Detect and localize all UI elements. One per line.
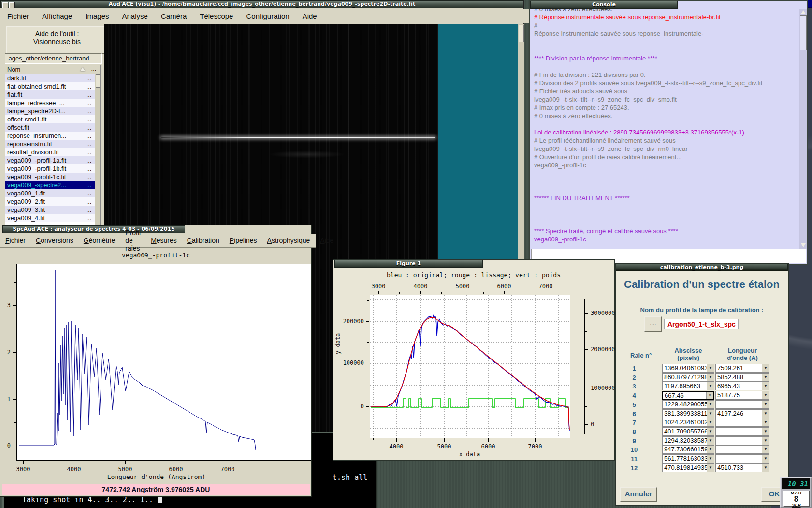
file-row[interactable]: lampe_spectre2D-t...... <box>5 107 95 115</box>
file-row[interactable]: resultat_division.fit... <box>5 148 95 156</box>
file-row-dots[interactable]: ... <box>83 164 95 173</box>
menu-fichier[interactable]: Fichier <box>7 12 29 20</box>
column-header-dots[interactable]: ... <box>87 65 100 74</box>
menu-aide[interactable]: Aide <box>303 12 317 20</box>
dropdown-arrow-icon[interactable]: ▼ <box>707 418 714 426</box>
menu-images[interactable]: Images <box>85 12 109 20</box>
wavelength-combo[interactable]: 5852.488▼ <box>715 373 769 382</box>
file-list-scrollbar[interactable] <box>95 74 100 226</box>
dropdown-arrow-icon[interactable]: ▼ <box>707 374 714 381</box>
dropdown-arrow-icon[interactable]: ▼ <box>707 428 714 435</box>
abscisse-combo[interactable]: 561.778163033▼ <box>662 454 714 463</box>
file-row[interactable]: vega009_-spectre2...... <box>5 181 95 189</box>
file-row-dots[interactable]: ... <box>83 156 95 164</box>
dropdown-arrow-icon[interactable]: ▼ <box>707 455 714 463</box>
file-table-header[interactable]: Nom ... <box>5 65 100 75</box>
audace-titlebar[interactable]: Aud'ACE (visu1) - /home/bmauclaire/ccd_i… <box>0 0 523 8</box>
spc-menu-astrophysique[interactable]: Astrophysique <box>267 237 310 244</box>
spc-menu-aide[interactable]: Aide <box>320 237 334 244</box>
menu-configuration[interactable]: Configuration <box>246 12 289 20</box>
wavelength-combo[interactable]: ▼ <box>715 400 769 409</box>
dropdown-arrow-icon[interactable]: ▼ <box>762 437 769 445</box>
dropdown-arrow-icon[interactable]: ▼ <box>762 410 769 418</box>
current-path[interactable]: .ages_other/etienne_bertrand <box>5 53 102 64</box>
dropdown-arrow-icon[interactable]: ▼ <box>707 437 714 445</box>
file-row-dots[interactable]: ... <box>83 99 95 107</box>
spcaudace-titlebar[interactable]: SpcAud'ACE : analyseur de spectres 4.03 … <box>2 225 185 233</box>
figure1-titlebar[interactable]: Figure 1 <box>334 260 483 268</box>
abscisse-combo[interactable]: 470.819814935▼ <box>662 463 714 472</box>
dropdown-arrow-icon[interactable]: ▼ <box>762 446 769 453</box>
file-row-dots[interactable]: ... <box>83 214 95 222</box>
file-row-dots[interactable]: ... <box>83 173 95 181</box>
dropdown-arrow-icon[interactable]: ▼ <box>707 382 714 390</box>
dropdown-arrow-icon[interactable]: ▼ <box>762 382 769 390</box>
abscisse-combo[interactable]: 1197.695663▼ <box>662 382 714 390</box>
file-row[interactable]: dark.fit... <box>5 74 95 82</box>
file-row-dots[interactable]: ... <box>83 148 95 156</box>
column-header-nom[interactable]: Nom <box>7 66 20 73</box>
file-row[interactable]: offset.fit... <box>5 123 95 132</box>
figure1-plot-area[interactable] <box>370 295 570 438</box>
dropdown-arrow-icon[interactable]: ▼ <box>762 455 769 463</box>
file-row-dots[interactable]: ... <box>83 90 95 99</box>
console-titlebar[interactable]: Console <box>530 1 678 9</box>
file-row[interactable]: vega009_1.fit... <box>5 189 95 197</box>
menu-camra[interactable]: Caméra <box>161 12 187 20</box>
abscisse-combo[interactable]: 947.730660159▼ <box>662 445 714 454</box>
spc-menu-pipelines[interactable]: Pipelines <box>230 237 257 244</box>
abscisse-combo[interactable]: 381.389933811▼ <box>662 409 714 418</box>
sort-ascending-icon[interactable] <box>80 67 85 71</box>
abscisse-combo[interactable]: 1024.23461002▼ <box>662 418 714 427</box>
spc-menu-gomtrie[interactable]: Géométrie <box>84 237 115 244</box>
file-row-dots[interactable]: ... <box>83 115 95 123</box>
scroll-down-icon[interactable] <box>801 243 806 247</box>
menu-analyse[interactable]: Analyse <box>122 12 148 20</box>
dropdown-arrow-icon[interactable]: ▼ <box>762 401 769 408</box>
wavelength-combo[interactable]: ▼ <box>715 436 769 445</box>
dropdown-arrow-icon[interactable]: ▼ <box>707 446 714 453</box>
calibration-titlebar[interactable]: calibration_etienne_b-3.png <box>616 264 788 271</box>
wavelength-combo[interactable]: ▼ <box>715 454 769 463</box>
spc-menu-mesures[interactable]: Mesures <box>151 237 177 244</box>
file-row[interactable]: vega009_-profil-1a.fit... <box>5 156 95 164</box>
dropdown-arrow-icon[interactable]: ▼ <box>707 410 714 418</box>
file-row-dots[interactable]: ... <box>83 107 95 115</box>
abscisse-combo[interactable]: 667.46▼ <box>662 391 714 400</box>
abscisse-combo[interactable]: 1229.48290055▼ <box>662 400 714 409</box>
file-row-dots[interactable]: ... <box>83 140 95 148</box>
dropdown-arrow-icon[interactable]: ▼ <box>762 428 769 435</box>
window-menu-button[interactable] <box>2 2 8 8</box>
abscisse-combo[interactable]: 401.709055766▼ <box>662 427 714 436</box>
dropdown-arrow-icon[interactable]: ▼ <box>762 391 769 399</box>
file-row[interactable]: vega009_-profil-1c.fit... <box>5 173 95 181</box>
console-log[interactable]: # 0 mises à zéro effectuées.# Réponse in… <box>531 9 798 249</box>
wavelength-combo[interactable]: 4510.733▼ <box>715 463 769 472</box>
file-row[interactable]: reponse_instrumen...... <box>5 132 95 140</box>
dropdown-arrow-icon[interactable]: ▼ <box>762 374 769 381</box>
spc-plot-area[interactable] <box>16 264 311 461</box>
dropdown-arrow-icon[interactable]: ▼ <box>762 464 769 472</box>
file-row-dots[interactable]: ... <box>83 206 95 214</box>
abscisse-combo[interactable]: 860.879771298▼ <box>662 373 714 382</box>
file-row[interactable]: vega009_4.fit... <box>5 214 95 222</box>
cancel-button[interactable]: Annuler <box>620 487 657 502</box>
file-row-dots[interactable]: ... <box>83 82 95 90</box>
wavelength-combo[interactable]: ▼ <box>715 445 769 454</box>
scroll-up-icon[interactable] <box>801 10 806 14</box>
spc-menu-calibration[interactable]: Calibration <box>187 237 219 244</box>
dropdown-arrow-icon[interactable]: ▼ <box>762 364 769 372</box>
file-row[interactable]: lampe_redressee_...... <box>5 99 95 107</box>
dropdown-arrow-icon[interactable]: ▼ <box>706 392 713 399</box>
menu-tlescope[interactable]: Télescope <box>200 12 233 20</box>
file-row[interactable]: vega009_2.fit... <box>5 197 95 206</box>
abscisse-combo[interactable]: 1369.04061093▼ <box>662 364 714 373</box>
file-row-dots[interactable]: ... <box>83 181 95 189</box>
wavelength-combo[interactable]: 5187.75▼ <box>715 391 769 400</box>
wavelength-combo[interactable]: 7509.261▼ <box>715 364 769 373</box>
file-row[interactable]: vega009_-profil-1b.fit... <box>5 164 95 173</box>
console-scrollbar[interactable] <box>799 9 807 249</box>
file-row-dots[interactable]: ... <box>83 132 95 140</box>
browse-button[interactable]: .... <box>644 316 662 332</box>
spc-menu-profilderaies[interactable]: Profil de raies <box>125 229 141 252</box>
